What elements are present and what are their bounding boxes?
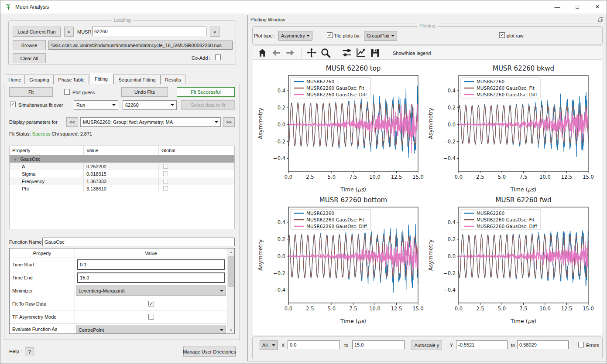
- muon-analysis-window: { "window": { "title": "Muon Analysis", …: [0, 0, 607, 364]
- tab-results[interactable]: Results: [161, 75, 185, 84]
- svg-text:MUSR62260 GausOsc: Diff: MUSR62260 GausOsc: Diff: [306, 224, 367, 229]
- param-header-global[interactable]: Global: [159, 146, 234, 155]
- param-name: A: [10, 163, 84, 170]
- global-checkbox[interactable]: [163, 186, 168, 191]
- tab-grouping[interactable]: Grouping: [25, 75, 54, 84]
- simultaneous-fit-checkbox[interactable]: ✓: [10, 102, 16, 107]
- show-hide-legend-button[interactable]: Show/hide legend: [390, 46, 433, 60]
- chi-squared-label: Chi squared: 2.871: [51, 131, 92, 136]
- tab-fitting[interactable]: Fitting: [89, 73, 113, 84]
- evaluate-function-dropdown[interactable]: CentrePoint: [76, 325, 226, 334]
- scroll-up-icon[interactable]: ▲: [227, 248, 235, 255]
- collapse-chevron-icon[interactable]: ∨: [14, 157, 17, 161]
- plot-musr-62260-bkwd: 0.02.55.07.510.012.515.0−0.4−0.20.00.20.…: [426, 63, 597, 196]
- clear-all-button[interactable]: Clear All: [13, 53, 46, 63]
- fit-by-dropdown[interactable]: Run: [74, 100, 118, 110]
- param-name: Sigma: [10, 170, 84, 177]
- fit-by-value: Run: [76, 102, 85, 108]
- svg-text:5.0: 5.0: [498, 306, 506, 312]
- browse-button[interactable]: Browse: [13, 40, 46, 50]
- param-header-value[interactable]: Value: [84, 146, 159, 155]
- global-checkbox[interactable]: [163, 171, 168, 176]
- help-button[interactable]: ?: [25, 347, 34, 356]
- param-row-frequency[interactable]: Frequency 1.367333: [10, 177, 234, 185]
- run-number-input[interactable]: [92, 27, 206, 36]
- param-value[interactable]: 0.252202: [84, 163, 159, 170]
- select-data-button: Select data to fit: [181, 100, 235, 110]
- customize-plot-icon[interactable]: [355, 47, 367, 58]
- axis-scope-dropdown[interactable]: All: [260, 340, 278, 350]
- save-icon[interactable]: [369, 47, 381, 58]
- param-row-phi[interactable]: Phi 3.138610: [10, 185, 234, 192]
- param-row-a[interactable]: A 0.252202: [10, 163, 234, 170]
- minimizer-dropdown[interactable]: Levenberg-Marquardt: [76, 286, 226, 296]
- svg-text:−0.4: −0.4: [443, 155, 456, 161]
- close-button[interactable]: ×: [587, 0, 607, 14]
- x-max-input[interactable]: [352, 340, 405, 349]
- tile-plots-checkbox[interactable]: ✓: [327, 32, 333, 38]
- param-row-function[interactable]: ∨ GausOsc: [10, 155, 234, 163]
- manage-user-directories-button[interactable]: Manage User Directories: [183, 347, 236, 357]
- time-end-input[interactable]: [77, 272, 225, 283]
- scrollbar-thumb[interactable]: [228, 256, 234, 287]
- settings-header-property[interactable]: Property: [10, 248, 75, 258]
- maximize-button[interactable]: □: [567, 0, 587, 14]
- y-max-input[interactable]: [517, 340, 569, 349]
- subplot-settings-icon[interactable]: [341, 47, 353, 58]
- errors-checkbox[interactable]: [578, 342, 584, 347]
- tf-asymmetry-checkbox[interactable]: [148, 314, 154, 320]
- param-value[interactable]: 1.367333: [84, 177, 159, 185]
- tab-home[interactable]: Home: [5, 75, 25, 84]
- plot-musr-62260-bottom: 0.02.55.07.510.012.515.0−0.4−0.20.00.20.…: [256, 194, 427, 328]
- svg-text:Asymmetry: Asymmetry: [427, 107, 434, 139]
- zoom-icon[interactable]: [320, 47, 331, 58]
- time-start-input[interactable]: [77, 259, 225, 270]
- scroll-down-icon[interactable]: ▼: [227, 327, 235, 333]
- run-select-dropdown[interactable]: 62260: [123, 100, 177, 110]
- param-row-sigma[interactable]: Sigma 0.018315: [10, 170, 234, 177]
- y-min-input[interactable]: [456, 340, 508, 349]
- fit-button[interactable]: Fit: [9, 87, 53, 97]
- next-dataset-button[interactable]: >>: [223, 117, 235, 127]
- plotting-window-titlebar[interactable]: Plotting Window: [248, 15, 606, 24]
- settings-scrollbar[interactable]: ▲ ▼: [227, 248, 234, 333]
- plot-guess-checkbox[interactable]: [64, 89, 70, 95]
- fit-to-raw-checkbox[interactable]: ✓: [148, 301, 154, 306]
- plot-raw-checkbox[interactable]: ✓: [499, 32, 505, 38]
- previous-dataset-button[interactable]: <<: [66, 117, 78, 127]
- plot-canvas[interactable]: 0.02.55.07.510.012.515.0−0.4−0.20.00.20.…: [253, 60, 602, 335]
- x-min-input[interactable]: [288, 340, 340, 349]
- param-value[interactable]: 3.138610: [84, 185, 159, 192]
- minimize-button[interactable]: —: [547, 0, 567, 14]
- tab-sequential-fitting[interactable]: Sequential Fitting: [113, 75, 161, 84]
- settings-header-value[interactable]: Value: [75, 248, 227, 258]
- forward-arrow-icon[interactable]: [285, 47, 296, 58]
- global-checkbox[interactable]: [163, 179, 168, 184]
- function-name-input[interactable]: [42, 238, 235, 246]
- autoscale-y-button[interactable]: Autoscale y: [412, 340, 442, 350]
- tab-phase-table[interactable]: Phase Table: [54, 75, 89, 84]
- pan-icon[interactable]: [306, 47, 317, 58]
- axis-scope-value: All: [262, 343, 267, 348]
- float-dock-icon[interactable]: [598, 17, 604, 22]
- dataset-value: MUSR62260; Group; fwd; Asymmetry; MA: [83, 119, 173, 125]
- previous-run-button[interactable]: <: [64, 27, 74, 37]
- toolbar-separator: [386, 48, 386, 58]
- plot-type-dropdown[interactable]: Asymmetry: [278, 31, 312, 41]
- undo-fits-button[interactable]: Undo Fits: [121, 87, 168, 97]
- param-value[interactable]: 0.018315: [84, 170, 159, 177]
- svg-text:Time (μs): Time (μs): [510, 318, 536, 324]
- home-icon[interactable]: [257, 47, 268, 58]
- back-arrow-icon[interactable]: [271, 47, 282, 58]
- load-current-run-button[interactable]: Load Current Run: [13, 27, 61, 37]
- global-checkbox[interactable]: [163, 164, 168, 169]
- svg-text:0.0: 0.0: [285, 306, 292, 312]
- tile-by-dropdown[interactable]: Group/Pair: [364, 31, 397, 41]
- param-header-property[interactable]: Property: [10, 146, 84, 155]
- toolbar-separator: [302, 48, 302, 58]
- svg-text:5.0: 5.0: [328, 306, 336, 312]
- coadd-checkbox[interactable]: [215, 54, 221, 60]
- next-run-button[interactable]: >: [210, 27, 219, 37]
- function-row-label: GausOsc: [21, 156, 41, 162]
- dataset-dropdown[interactable]: MUSR62260; Group; fwd; Asymmetry; MA: [80, 117, 221, 127]
